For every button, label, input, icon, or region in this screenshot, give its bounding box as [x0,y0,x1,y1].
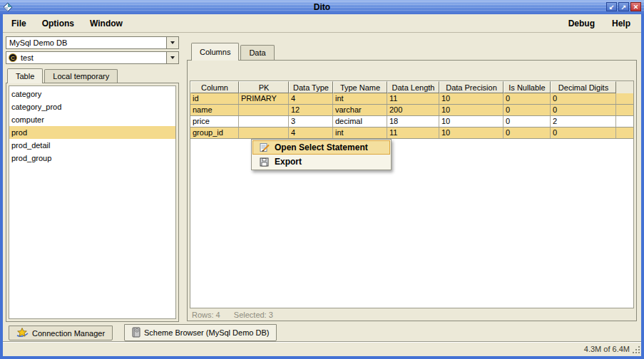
cell[interactable]: decimal [333,116,387,127]
list-item-category-prod[interactable]: category_prod [9,100,175,113]
rows-count: Rows: 4 [192,311,220,319]
cell[interactable]: int [333,128,387,138]
titlebar[interactable]: Dito ↙ ↗ ✕ [0,0,644,14]
table-list[interactable]: category category_prod computer prod pro… [9,85,176,319]
app-window: Dito ↙ ↗ ✕ File Options Window Debug Hel… [0,0,644,359]
tab-local-temporary[interactable]: Local temporary [44,69,118,83]
scheme-browser-icon [132,327,140,339]
cell[interactable] [239,128,289,138]
cell[interactable]: 0 [551,105,616,115]
cell[interactable]: varchar [333,105,387,115]
connection-combo-dropdown-button[interactable] [166,37,178,48]
list-item-category[interactable]: category [9,88,175,100]
menu-debug[interactable]: Debug [563,19,600,28]
app-body: File Options Window Debug Help MySql Dem… [3,14,641,356]
bottom-tab-connection-manager[interactable]: Connection Manager [9,326,113,340]
cell-filler [616,105,622,115]
main-tabbar: Columns Data [191,42,276,60]
export-icon [260,157,271,167]
tab-table-label: Table [16,72,34,80]
cell[interactable]: 10 [439,128,504,138]
cell[interactable]: 200 [387,105,439,115]
cell[interactable]: 2 [551,116,616,127]
tab-data[interactable]: Data [240,45,274,60]
sidebar-tabbar: Table Local temporary [7,68,119,83]
cell[interactable]: 4 [289,93,333,104]
cell[interactable]: 0 [551,93,616,104]
close-button[interactable]: ✕ [630,2,641,11]
table-row-id[interactable]: id PRIMARY 4 int 11 10 0 0 [190,93,633,105]
tab-local-temporary-label: Local temporary [53,72,109,80]
cell[interactable]: int [333,93,387,104]
cell[interactable] [239,105,289,115]
header-pk[interactable]: PK [239,81,289,93]
cell[interactable]: id [190,93,239,104]
connection-combo-value: MySql Demo DB [6,38,166,47]
cell-filler [616,93,622,104]
list-item-prod-group[interactable]: prod_group [9,152,175,165]
columns-scrollpane: Column PK Data Type Type Name Data Lengt… [190,80,634,308]
bottom-tab-label: Scheme Browser (MySql Demo DB) [144,328,269,337]
cell[interactable]: 10 [439,105,504,115]
cell[interactable]: 3 [289,116,333,127]
tab-table[interactable]: Table [7,68,43,83]
cell[interactable]: 4 [289,128,333,138]
window-title: Dito [0,2,644,12]
header-column[interactable]: Column [190,81,239,93]
cell[interactable]: 18 [387,116,439,127]
menu-window[interactable]: Window [85,19,128,28]
menu-help[interactable]: Help [607,19,635,28]
sidebar-pane: category category_prod computer prod pro… [6,83,179,322]
table-row-price[interactable]: price 3 decimal 18 10 0 2 [190,116,633,128]
list-item-prod-detail[interactable]: prod_detail [9,139,175,152]
columns-pane: Column PK Data Type Type Name Data Lengt… [187,60,637,321]
cell[interactable]: 12 [289,105,333,115]
header-decimal-digits[interactable]: Decimal Digits [551,81,616,93]
header-data-type[interactable]: Data Type [289,81,333,93]
menubar-right: Debug Help [563,19,635,28]
header-type-name[interactable]: Type Name [333,81,387,93]
list-item-prod[interactable]: prod [9,126,175,139]
cell[interactable]: name [190,105,239,115]
menu-file[interactable]: File [6,19,31,28]
cell[interactable]: 0 [551,128,616,138]
cell[interactable]: 11 [387,93,439,104]
cell[interactable]: 0 [504,93,551,104]
bottom-tab-scheme-browser[interactable]: Scheme Browser (MySql Demo DB) [124,324,277,341]
cell[interactable]: group_id [190,128,239,138]
cell[interactable]: PRIMARY [239,93,289,104]
chevron-down-icon [170,56,175,59]
menu-item-export[interactable]: Export [252,155,390,169]
menu-item-open-select-statement[interactable]: Open Select Statement [252,140,390,155]
maximize-button[interactable]: ↗ [618,2,629,11]
tab-columns[interactable]: Columns [191,43,239,61]
tab-columns-label: Columns [200,48,230,56]
connection-combo[interactable]: MySql Demo DB [6,36,179,49]
table-row-name[interactable]: name 12 varchar 200 10 0 0 [190,105,633,116]
resize-grip-icon[interactable] [632,345,640,355]
cell[interactable]: 10 [439,93,504,104]
cell[interactable]: 0 [504,116,551,127]
cell[interactable]: 11 [387,128,439,138]
table-row-group-id[interactable]: group_id 4 int 11 10 0 0 [190,128,633,139]
header-data-length[interactable]: Data Length [387,81,439,93]
cell[interactable]: 10 [439,116,504,127]
star-icon [16,328,29,339]
menu-item-label: Export [275,157,302,167]
header-data-precision[interactable]: Data Precision [439,81,504,93]
minimize-button[interactable]: ↙ [606,2,617,11]
header-is-nullable[interactable]: Is Nullable [504,81,551,93]
table-status: Rows: 4 Selected: 3 [192,311,285,319]
catalog-combo-dropdown-button[interactable] [166,52,178,63]
menu-options[interactable]: Options [37,19,79,28]
cell[interactable] [239,116,289,127]
cell[interactable]: price [190,116,239,127]
catalog-combo-value: test [17,53,166,62]
list-item-computer[interactable]: computer [9,113,175,126]
memory-status: 4.3M of 6.4M [584,345,630,353]
statusbar: 4.3M of 6.4M [3,341,641,356]
catalog-combo[interactable]: C test [6,51,179,64]
cell[interactable]: 0 [504,128,551,138]
cell[interactable]: 0 [504,105,551,115]
app-icon[interactable] [3,2,13,12]
